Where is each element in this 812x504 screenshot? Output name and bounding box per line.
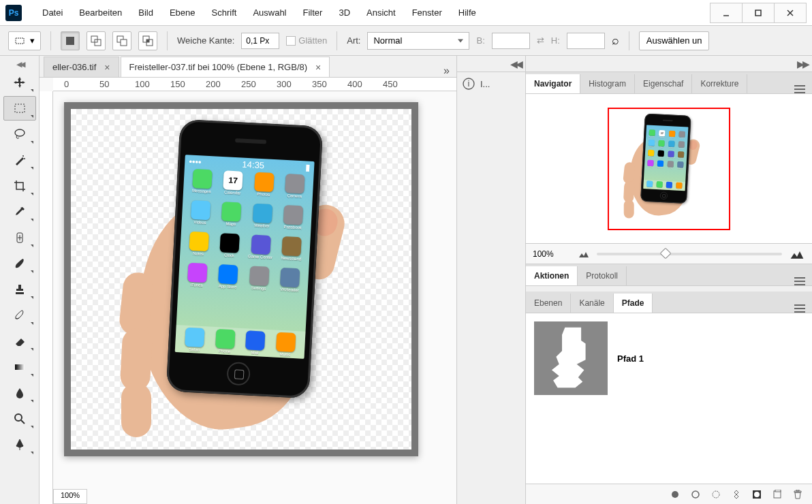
svg-rect-12	[146, 40, 149, 42]
menu-ebene[interactable]: Ebene	[161, 3, 204, 22]
svg-point-15	[22, 155, 24, 157]
workspace: ◀◀ eller-036.tif× Freisteller-037.tif be…	[0, 56, 812, 504]
toolbox-collapse[interactable]: ◀◀	[0, 59, 39, 70]
menu-auswahl[interactable]: Auswahl	[245, 3, 294, 22]
navigator-body[interactable]: Messages17CalendarPhotosCameraVideosMaps…	[526, 94, 812, 244]
antialias-checkbox[interactable]: Glätten	[286, 35, 327, 46]
gradient-tool[interactable]	[3, 355, 36, 379]
tab-history[interactable]: Protokoll	[578, 266, 627, 285]
selection-add-button[interactable]	[87, 31, 106, 50]
selection-new-button[interactable]	[61, 31, 80, 50]
paths-panel-footer	[526, 484, 812, 504]
svg-rect-4	[16, 38, 24, 44]
svg-point-27	[692, 491, 699, 498]
height-input	[567, 33, 605, 49]
selection-subtract-button[interactable]	[112, 31, 131, 50]
tab-paths[interactable]: Pfade	[614, 294, 653, 313]
doc-tab-1[interactable]: eller-036.tif×	[44, 57, 119, 77]
tab-actions[interactable]: Aktionen	[526, 266, 578, 285]
tool-preset-picker[interactable]: ▾	[8, 31, 41, 50]
svg-point-14	[15, 129, 25, 136]
magic-wand-tool[interactable]	[3, 148, 36, 172]
delete-path-icon[interactable]	[793, 490, 802, 499]
document-area: eller-036.tif× Freisteller-037.tif bei 1…	[40, 56, 456, 504]
search-icon[interactable]: ⌕	[612, 33, 619, 48]
actions-panel-tabs: Aktionen Protokoll	[526, 264, 812, 286]
zoom-out-icon[interactable]	[578, 250, 590, 258]
tab-properties[interactable]: Eigenschaf	[635, 74, 692, 93]
new-path-icon[interactable]	[772, 490, 782, 499]
svg-point-28	[713, 491, 719, 498]
artboard: ••••14:35▮ Messages17CalendarPhotosCamer…	[64, 102, 418, 456]
style-label: Art:	[347, 35, 360, 46]
tab-histogram[interactable]: Histogram	[580, 74, 635, 93]
close-tab-icon[interactable]: ×	[104, 62, 110, 73]
zoom-status[interactable]: 100%	[53, 489, 87, 504]
navigator-zoom: 100%	[526, 244, 812, 264]
menu-datei[interactable]: Datei	[34, 3, 71, 22]
stroke-path-icon[interactable]	[691, 490, 700, 499]
menu-schrift[interactable]: Schrift	[204, 3, 245, 22]
crop-tool[interactable]	[3, 174, 36, 198]
swap-wh-icon[interactable]: ⇄	[537, 35, 544, 46]
path-item[interactable]: Pfad 1	[531, 319, 807, 398]
navigator-thumbnail[interactable]: Messages17CalendarPhotosCameraVideosMaps…	[608, 108, 730, 230]
blur-tool[interactable]	[3, 381, 36, 405]
selection-to-path-icon[interactable]	[732, 490, 741, 499]
canvas[interactable]: ••••14:35▮ Messages17CalendarPhotosCamer…	[53, 91, 456, 504]
panels-collapse[interactable]: ▶▶	[797, 59, 808, 69]
panel-menu-icon[interactable]	[787, 277, 812, 285]
svg-rect-20	[15, 364, 25, 370]
panel-menu-icon[interactable]	[787, 85, 812, 93]
tab-channels[interactable]: Kanäle	[571, 294, 613, 313]
doc-tab-2[interactable]: Freisteller-037.tif bei 100% (Ebene 1, R…	[121, 57, 330, 77]
menu-bearbeiten[interactable]: Bearbeiten	[71, 3, 130, 22]
pen-tool[interactable]	[3, 432, 36, 457]
menu-3d[interactable]: 3D	[330, 3, 358, 22]
menu-ansicht[interactable]: Ansicht	[358, 3, 404, 22]
dodge-tool[interactable]	[3, 407, 36, 431]
close-button[interactable]	[774, 3, 807, 23]
stamp-tool[interactable]	[3, 277, 36, 302]
tabs-overflow[interactable]: »	[437, 65, 456, 77]
paths-panel-body[interactable]: Pfad 1	[526, 313, 812, 484]
add-mask-icon[interactable]	[752, 490, 762, 499]
menu-fenster[interactable]: Fenster	[404, 3, 450, 22]
close-tab-icon[interactable]: ×	[315, 62, 321, 73]
info-panel-collapsed[interactable]: i I...	[457, 72, 525, 95]
history-brush-tool[interactable]	[3, 303, 36, 328]
selection-intersect-button[interactable]	[138, 31, 157, 50]
style-select[interactable]: Normal	[367, 32, 469, 50]
move-tool[interactable]	[3, 70, 36, 95]
ruler-horizontal[interactable]: 0 50 100 150 200 250 300 350 400 450	[53, 78, 456, 91]
panel-menu-icon[interactable]	[787, 304, 812, 313]
menu-bild[interactable]: Bild	[130, 3, 161, 22]
minimize-button[interactable]	[710, 3, 743, 23]
maximize-button[interactable]	[742, 3, 775, 23]
height-label: H:	[551, 35, 560, 46]
healing-tool[interactable]	[3, 225, 36, 250]
zoom-value[interactable]: 100%	[533, 249, 571, 259]
lasso-tool[interactable]	[3, 122, 36, 146]
menu-filter[interactable]: Filter	[295, 3, 331, 22]
tab-adjustments[interactable]: Korrekture	[692, 74, 747, 93]
marquee-tool[interactable]	[3, 96, 36, 121]
zoom-in-icon[interactable]	[789, 249, 805, 259]
navigator-panel-tabs: Navigator Histogram Eigenschaf Korrektur…	[526, 72, 812, 94]
menu-hilfe[interactable]: Hilfe	[450, 3, 484, 22]
tab-navigator[interactable]: Navigator	[526, 74, 580, 93]
zoom-slider[interactable]	[597, 253, 782, 255]
tab-layers[interactable]: Ebenen	[526, 294, 571, 313]
app-logo: Ps	[5, 5, 22, 21]
svg-rect-13	[15, 104, 25, 112]
path-to-selection-icon[interactable]	[711, 490, 721, 499]
brush-tool[interactable]	[3, 251, 36, 276]
eyedropper-tool[interactable]	[3, 200, 36, 224]
ruler-vertical[interactable]	[40, 91, 53, 504]
fill-path-icon[interactable]	[670, 490, 680, 499]
collapse-icon[interactable]: ◀◀	[510, 59, 521, 69]
svg-rect-9	[121, 40, 127, 46]
eraser-tool[interactable]	[3, 329, 36, 353]
feather-input[interactable]	[241, 33, 279, 49]
select-and-mask-button[interactable]: Auswählen un	[639, 31, 710, 50]
